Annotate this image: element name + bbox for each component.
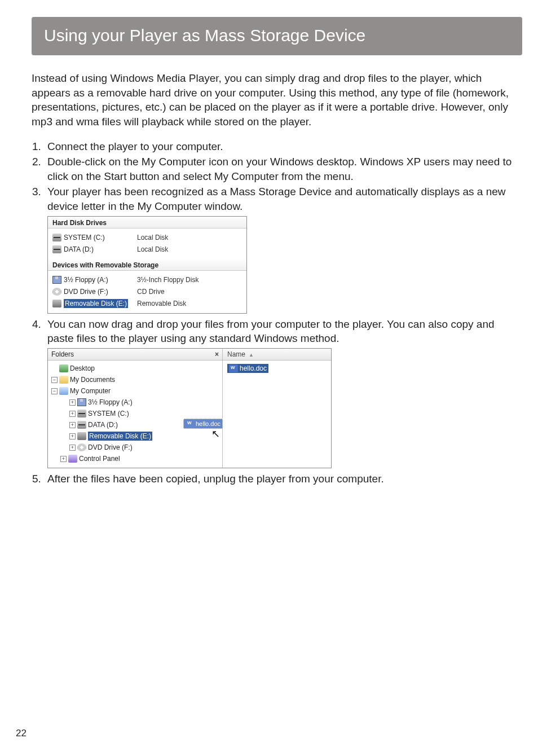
tree-node-dvd-f[interactable]: + DVD Drive (F:) xyxy=(50,442,220,453)
drive-row-system-c[interactable]: SYSTEM (C:) Local Disk xyxy=(52,232,242,244)
drive-row-dvd-f[interactable]: DVD Drive (F:) CD Drive xyxy=(52,286,242,298)
removable-disk-icon xyxy=(52,300,61,307)
column-header-name[interactable]: Name▲ xyxy=(223,349,331,361)
folder-tree: Desktop − My Documents − My Computer + 3… xyxy=(48,361,222,468)
expand-icon[interactable]: + xyxy=(69,411,76,417)
floppy-icon xyxy=(52,276,61,284)
page-title: Using your Player as Mass Storage Device xyxy=(32,17,522,55)
figure-explorer: Folders × Desktop − My Documents − My Co… xyxy=(47,348,332,468)
expand-icon[interactable]: + xyxy=(69,422,76,428)
instruction-list: Connect the player to your computer. Dou… xyxy=(16,139,522,214)
drive-row-data-d[interactable]: DATA (D:) Local Disk xyxy=(52,244,242,256)
expand-icon[interactable]: + xyxy=(60,456,67,462)
instruction-list-end: After the files have been copied, unplug… xyxy=(16,472,522,486)
step-5: After the files have been copied, unplug… xyxy=(44,472,522,486)
folders-pane-label: Folders xyxy=(51,350,74,358)
cd-icon xyxy=(52,288,61,296)
cd-icon xyxy=(77,443,86,451)
word-doc-icon xyxy=(229,364,238,372)
collapse-icon[interactable]: − xyxy=(51,377,58,383)
desktop-icon xyxy=(59,364,68,372)
expand-icon[interactable]: + xyxy=(69,433,76,439)
step-4: You can now drag and drop your files fro… xyxy=(44,317,522,346)
word-doc-icon xyxy=(186,420,195,428)
folder-icon xyxy=(59,376,68,384)
tree-node-my-documents[interactable]: − My Documents xyxy=(50,374,220,385)
step-2: Double-click on the My Computer icon on … xyxy=(44,155,522,183)
tree-node-system-c[interactable]: + SYSTEM (C:) xyxy=(50,408,220,419)
floppy-icon xyxy=(77,398,86,406)
drive-row-removable-e[interactable]: Removable Disk (E:) Removable Disk xyxy=(52,298,242,310)
intro-paragraph: Instead of using Windows Media Player, y… xyxy=(32,71,522,129)
page-number: 22 xyxy=(16,728,27,739)
my-computer-icon xyxy=(59,387,68,395)
section-header-removable: Devices with Removable Storage xyxy=(48,259,246,271)
cursor-icon: ↖ xyxy=(211,428,220,440)
sort-ascending-icon: ▲ xyxy=(249,352,254,358)
hdd-icon xyxy=(52,234,61,241)
close-icon[interactable]: × xyxy=(215,350,219,358)
expand-icon[interactable]: + xyxy=(69,399,76,406)
tree-node-desktop[interactable]: Desktop xyxy=(50,363,220,374)
drive-row-floppy-a[interactable]: 3½ Floppy (A:) 3½-Inch Floppy Disk xyxy=(52,274,242,286)
control-panel-icon xyxy=(68,455,77,463)
tree-node-my-computer[interactable]: − My Computer xyxy=(50,385,220,397)
hdd-icon xyxy=(77,410,86,417)
removable-disk-icon xyxy=(77,432,86,440)
step-3: Your player has been recognized as a Mas… xyxy=(44,184,522,213)
figure-my-computer: Hard Disk Drives SYSTEM (C:) Local Disk … xyxy=(47,216,247,314)
step-1: Connect the player to your computer. xyxy=(44,139,522,154)
file-hello-doc[interactable]: hello.doc xyxy=(227,364,268,373)
hdd-icon xyxy=(77,421,86,429)
expand-icon[interactable]: + xyxy=(69,445,76,451)
tree-node-control-panel[interactable]: + Control Panel xyxy=(50,453,220,464)
tree-node-removable-e[interactable]: + Removable Disk (E:) xyxy=(50,430,220,442)
collapse-icon[interactable]: − xyxy=(51,388,58,394)
section-header-hdd: Hard Disk Drives xyxy=(48,217,246,228)
instruction-list-cont: You can now drag and drop your files fro… xyxy=(16,317,522,346)
hdd-icon xyxy=(52,245,61,253)
tree-node-floppy[interactable]: + 3½ Floppy (A:) xyxy=(50,397,220,408)
